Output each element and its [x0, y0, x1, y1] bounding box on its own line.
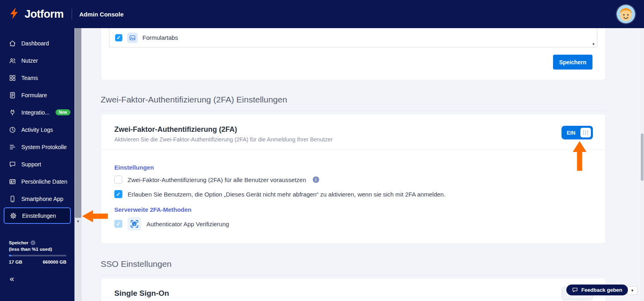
- form-tabs-listbox[interactable]: Formulartabs ▼: [109, 28, 597, 47]
- twofa-card-title: Zwei-Faktor-Authentifizierung (2FA): [114, 125, 237, 134]
- qr-scan-icon: [128, 217, 141, 231]
- settings-group-label: Einstellungen: [114, 164, 154, 171]
- sidebar-scroll-down-arrow[interactable]: ▼: [74, 218, 82, 225]
- twofa-card-subtitle: Aktivieren Sie die Zwei-Faktor-Authentif…: [114, 136, 332, 143]
- top-bar: Jotform Admin Console: [0, 0, 644, 28]
- sidebar-item-label: Einstellungen: [22, 213, 56, 219]
- require-2fa-row: Zwei-Faktor-Authentifizierung (2FA) für …: [114, 176, 319, 184]
- sidebar-nav: Dashboard Nutzer Teams Formulare Integra…: [0, 28, 74, 224]
- new-badge: New: [56, 109, 70, 115]
- formulartabs-checkbox[interactable]: [115, 34, 122, 41]
- sidebar-collapse-button[interactable]: «: [10, 274, 14, 283]
- sso-card: Single Sign-On: [101, 278, 606, 301]
- sidebar-item-label: Nutzer: [21, 57, 38, 64]
- jotform-logo[interactable]: Jotform: [0, 7, 64, 21]
- user-avatar[interactable]: [617, 5, 635, 23]
- annotation-arrow-up: [573, 141, 586, 172]
- remember-device-checkbox[interactable]: [114, 190, 122, 198]
- annotation-arrow-left: [82, 210, 108, 224]
- sidebar-item-label: Formulare: [21, 92, 47, 98]
- feedback-bubble-icon: [572, 287, 578, 293]
- page-title: Admin Console: [79, 11, 124, 18]
- sidebar-item-formulare[interactable]: Formulare: [0, 86, 74, 104]
- jotform-bolt-icon: [8, 7, 21, 21]
- twofa-toggle-knob: [580, 128, 591, 137]
- form-tabs-card: Formulartabs ▼ Speichern: [101, 28, 606, 80]
- twofa-section-heading: Zwei-Faktor-Authentifizierung (2FA) Eins…: [101, 95, 606, 111]
- authenticator-method-row: Authenticator App Verifizierung: [114, 217, 229, 231]
- corner-dropdown-arrow[interactable]: ▼: [627, 286, 638, 295]
- sidebar-item-label: Dashboard: [21, 40, 49, 47]
- sidebar-item-persoenliche-daten[interactable]: Persönliche Daten: [0, 173, 74, 190]
- storage-usage-note: (less than %1 used): [9, 247, 66, 252]
- twofa-toggle[interactable]: EIN: [561, 126, 593, 139]
- formulartabs-label: Formulartabs: [142, 34, 178, 41]
- methods-group-label: Serverweite 2FA-Methoden: [114, 206, 192, 213]
- main-content: Formulartabs ▼ Speichern Zwei-Faktor-Aut…: [82, 28, 644, 301]
- sidebar-item-nutzer[interactable]: Nutzer: [0, 52, 74, 69]
- sso-section-heading: SSO Einstellungen: [101, 259, 606, 275]
- admin-console-page: Jotform Admin Console Dashboard Nutz: [0, 0, 644, 301]
- page-scrollbar: [640, 28, 644, 301]
- sidebar-item-activity-logs[interactable]: Activity Logs: [0, 121, 74, 138]
- storage-used: 17 GB: [9, 260, 22, 264]
- sidebar-item-label: Persönliche Daten: [21, 178, 67, 185]
- sidebar-item-integrations[interactable]: Integratio... New: [0, 104, 74, 121]
- sidebar-item-label: Smartphone App: [21, 196, 63, 202]
- sidebar-item-dashboard[interactable]: Dashboard: [0, 35, 74, 52]
- twofa-toggle-label: EIN: [567, 130, 576, 136]
- sidebar-item-support[interactable]: Support: [0, 156, 74, 173]
- grid-icon: [9, 74, 16, 82]
- authenticator-label: Authenticator App Verifizierung: [147, 221, 229, 227]
- sidebar-item-label: Activity Logs: [21, 127, 53, 133]
- sidebar-item-label: System Protokolle: [21, 144, 67, 150]
- page-scrollbar-thumb[interactable]: [641, 133, 644, 181]
- storage-progress-bar: [9, 255, 66, 256]
- storage-section: Speicher i (less than %1 used) 17 GB 660…: [9, 240, 66, 264]
- document-icon: [9, 92, 16, 99]
- card-divider: [101, 149, 605, 150]
- sidebar-scrollbar-thumb[interactable]: [75, 28, 81, 218]
- topbar-divider: [72, 9, 72, 19]
- users-icon: [9, 57, 16, 64]
- avatar-image: [617, 5, 635, 23]
- remember-device-row: Erlauben Sie Benutzern, die Option „Dies…: [114, 190, 446, 198]
- require-2fa-label: Zwei-Faktor-Authentifizierung (2FA) für …: [128, 176, 306, 183]
- sidebar-item-teams[interactable]: Teams: [0, 69, 74, 86]
- info-icon[interactable]: i: [313, 176, 319, 183]
- sidebar-item-label: Teams: [21, 75, 38, 81]
- clock-icon: [9, 126, 16, 133]
- remember-device-label: Erlauben Sie Benutzern, die Option „Dies…: [128, 191, 446, 198]
- save-button[interactable]: Speichern: [553, 55, 592, 70]
- storage-total: 660000 GB: [43, 260, 66, 264]
- listbox-scroll-down-icon[interactable]: ▼: [592, 42, 595, 46]
- sidebar-item-smartphone-app[interactable]: Smartphone App: [0, 190, 74, 207]
- authenticator-checkbox: [114, 220, 122, 228]
- feedback-button[interactable]: Feedback geben: [566, 285, 628, 295]
- sidebar: Dashboard Nutzer Teams Formulare Integra…: [0, 28, 74, 301]
- twofa-card: Zwei-Faktor-Authentifizierung (2FA) Akti…: [101, 114, 606, 244]
- sidebar-scrollbar: ▼: [74, 28, 82, 301]
- sidebar-item-label: Integratio...: [21, 109, 50, 116]
- require-2fa-checkbox[interactable]: [114, 176, 122, 184]
- chat-icon: [9, 161, 16, 168]
- feedback-label: Feedback geben: [581, 287, 622, 293]
- gear-icon: [10, 212, 17, 219]
- smartphone-icon: [9, 195, 16, 203]
- home-icon: [9, 40, 16, 47]
- sidebar-item-system-protokolle[interactable]: System Protokolle: [0, 138, 74, 156]
- plug-icon: [9, 109, 16, 116]
- storage-progress-fill: [9, 255, 11, 256]
- sidebar-item-label: Support: [21, 161, 41, 168]
- storage-info-icon[interactable]: i: [31, 240, 35, 245]
- storage-label: Speicher: [9, 240, 29, 245]
- sso-card-title: Single Sign-On: [114, 289, 169, 298]
- image-icon: [127, 33, 138, 43]
- sidebar-item-einstellungen[interactable]: Einstellungen: [4, 207, 71, 224]
- id-card-icon: [9, 178, 16, 185]
- list-icon: [9, 143, 16, 151]
- brand-name: Jotform: [25, 8, 64, 20]
